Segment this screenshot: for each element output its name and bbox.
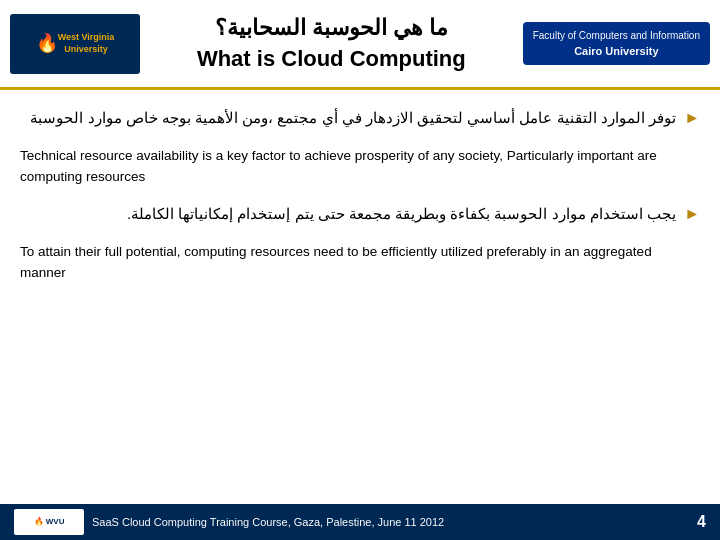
bullet2-english: To attain their full potential, computin… (20, 241, 700, 284)
wvu-logo-line2: University (64, 44, 108, 54)
footer-text: SaaS Cloud Computing Training Course, Ga… (92, 516, 444, 528)
english-title: What is Cloud Computing (150, 44, 513, 75)
main-content: ► توفر الموارد التقنية عامل أساسي لتحقيق… (0, 90, 720, 304)
cairo-faculty-label: Faculty of Computers and Information (533, 28, 700, 43)
bullet1-english: Technical resource availability is a key… (20, 145, 700, 188)
wvu-flame-icon: 🔥 (36, 32, 58, 55)
bullet1-block: ► توفر الموارد التقنية عامل أساسي لتحقيق… (20, 104, 700, 133)
wvu-bottom-logo: 🔥 WVU (14, 509, 84, 535)
cairo-badge: Faculty of Computers and Information Cai… (523, 22, 710, 66)
page-number: 4 (697, 513, 706, 531)
bullet2-arrow-icon: ► (684, 205, 700, 222)
bullet2-block: ► يجب استخدام موارد الحوسبة بكفاءة وبطري… (20, 200, 700, 229)
title-section: ما هي الحوسبة السحابية؟ What is Cloud Co… (140, 13, 523, 75)
cairo-university-label: Cairo University (533, 43, 700, 60)
bullet2-arabic: ► يجب استخدام موارد الحوسبة بكفاءة وبطري… (20, 200, 700, 229)
bottom-bar: 🔥 WVU SaaS Cloud Computing Training Cour… (0, 504, 720, 540)
arabic-title: ما هي الحوسبة السحابية؟ (150, 13, 513, 44)
wvu-logo: 🔥 West Virginia University (10, 14, 140, 74)
top-bar: 🔥 West Virginia University ما هي الحوسبة… (0, 0, 720, 90)
wvu-logo-image: 🔥 West Virginia University (10, 14, 140, 74)
bullet1-arrow-icon: ► (684, 109, 700, 126)
bottom-left: 🔥 WVU SaaS Cloud Computing Training Cour… (14, 509, 444, 535)
wvu-logo-line1: West Virginia (58, 32, 115, 42)
bullet1-arabic: ► توفر الموارد التقنية عامل أساسي لتحقيق… (20, 104, 700, 133)
